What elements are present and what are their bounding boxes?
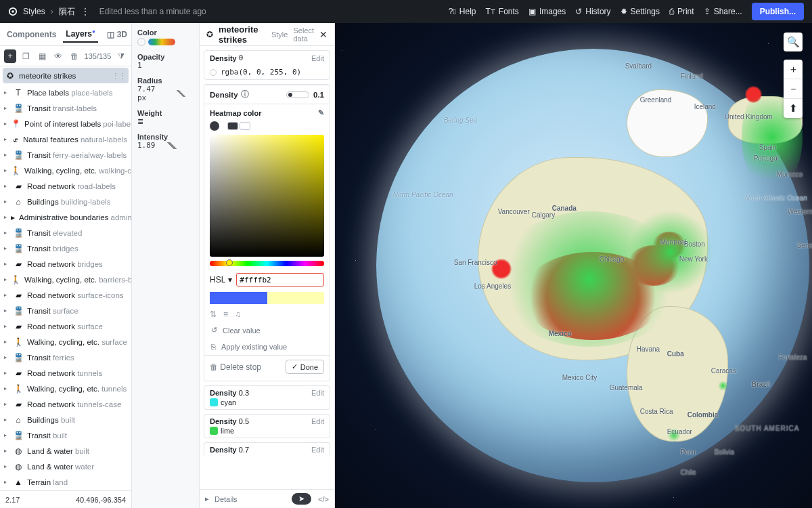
chevron-right-icon[interactable]: ▸	[4, 245, 9, 251]
tab-layers[interactable]: Layers●	[63, 26, 98, 43]
crumb-styles[interactable]: Styles	[23, 7, 45, 16]
density0-card[interactable]: Density 0Edit rgba(0, 0, 255, 0)	[204, 50, 330, 80]
add-layer-button[interactable]: ＋	[4, 49, 16, 63]
close-icon[interactable]: ✕	[319, 29, 328, 40]
hex-input[interactable]	[240, 276, 321, 284]
layer-item[interactable]: ▸ ▰ Road network surface-icons	[0, 287, 131, 303]
help-button[interactable]: ?⃝Help	[449, 7, 476, 16]
layer-item[interactable]: ▸ T Place labels place-labels	[0, 85, 131, 100]
layer-item[interactable]: ▸ ▰ Road network bridges	[0, 256, 131, 272]
chevron-right-icon[interactable]: ▸	[4, 214, 7, 220]
layer-item[interactable]: ▸ ⌂ Buildings built	[0, 412, 131, 427]
hue-thumb[interactable]	[226, 259, 233, 266]
code-mode-button[interactable]: </>	[318, 495, 329, 503]
chevron-right-icon[interactable]: ▸	[4, 230, 9, 236]
tab-style[interactable]: Style	[271, 30, 288, 39]
layer-item[interactable]: ▸ 🚆 Transit transit-labels	[0, 100, 131, 116]
duplicate-icon[interactable]: ❐	[20, 49, 32, 63]
chevron-right-icon[interactable]: ▸	[4, 448, 9, 454]
tab-select-data[interactable]: Select data	[293, 26, 314, 43]
cursor-mode-button[interactable]: ➤	[292, 493, 311, 505]
layer-item[interactable]: ▸ ▲ Terrain land	[0, 474, 131, 490]
layer-item[interactable]: ▸ 🚆 Transit bridges	[0, 240, 131, 256]
chevron-right-icon[interactable]: ▸	[4, 89, 9, 96]
hue-slider[interactable]	[210, 261, 324, 266]
layer-item[interactable]: ▸ ◍ Land & water water	[0, 459, 131, 474]
layer-item[interactable]: ▸ 🚆 Transit built	[0, 427, 131, 443]
layer-item[interactable]: ▸ ▰ Road network surface	[0, 318, 131, 334]
folder-icon[interactable]: ▦	[36, 49, 48, 63]
hide-icon[interactable]: 👁	[52, 49, 64, 63]
stop-05[interactable]: Density 0.5Edit lime	[204, 414, 330, 438]
chevron-right-icon[interactable]: ▸	[4, 401, 9, 407]
layer-item[interactable]: ▸ 🚆 Transit ferries	[0, 350, 131, 365]
stop-07[interactable]: Density 0.7Edit	[204, 442, 330, 457]
trash-icon[interactable]: 🗑	[68, 49, 81, 63]
chevron-right-icon[interactable]: ▸	[4, 308, 9, 314]
settings-button[interactable]: ✸Settings	[621, 7, 660, 16]
search-button[interactable]: 🔍	[784, 33, 803, 51]
layer-item[interactable]: ▸ ▰ Road network tunnels-case	[0, 396, 131, 412]
chevron-right-icon[interactable]: ▸	[4, 417, 9, 423]
chevron-right-icon[interactable]: ▸	[4, 121, 7, 127]
edit-link[interactable]: Edit	[311, 54, 324, 62]
apply-existing[interactable]: ⎘Apply existing value	[204, 339, 330, 355]
stop-03[interactable]: Density 0.3Edit cyan	[204, 385, 330, 410]
compass-button[interactable]: ⬆	[784, 99, 803, 118]
chevron-right-icon[interactable]: ▸	[4, 479, 9, 485]
zoom-out-button[interactable]: －	[784, 79, 803, 98]
layer-selected[interactable]: ✪ meteorite strikes ⋮⋮	[3, 68, 129, 83]
zoom-in-button[interactable]: ＋	[784, 60, 803, 79]
layer-item[interactable]: ▸ 🚆 Transit surface	[0, 303, 131, 318]
chevron-right-icon[interactable]: ▸	[4, 261, 9, 267]
images-button[interactable]: ▣Images	[528, 7, 566, 16]
done-button[interactable]: ✓Done	[286, 360, 324, 374]
gradient-toggle[interactable]	[227, 122, 250, 130]
chevron-right-icon[interactable]: ▸	[4, 354, 9, 360]
layer-item[interactable]: ▸ ▸ Administrative boundaries admin	[0, 209, 131, 225]
theme-icon[interactable]: ♫	[235, 310, 241, 319]
share-button[interactable]: ⇪Share...	[704, 7, 742, 16]
chevron-right-icon[interactable]: ▸	[4, 385, 9, 391]
filter-icon[interactable]: ⧩	[115, 49, 127, 63]
prop-color[interactable]: Color	[137, 28, 194, 46]
saturation-picker[interactable]	[210, 135, 324, 257]
chevron-right-icon[interactable]: ▸	[4, 432, 9, 438]
chevron-right-icon[interactable]: ▸	[4, 276, 7, 282]
chevron-right-icon[interactable]: ▸	[4, 292, 9, 298]
sort-icon[interactable]: ⇅	[210, 310, 217, 319]
solid-color-toggle[interactable]	[210, 121, 219, 131]
density-slider[interactable]	[286, 91, 309, 98]
grip-icon[interactable]: ⋮⋮	[112, 72, 126, 79]
layer-item[interactable]: ▸ ▰ Road network tunnels	[0, 365, 131, 381]
eyedropper-icon[interactable]: ✎	[318, 108, 324, 117]
clear-value[interactable]: ↺Clear value	[204, 322, 330, 339]
chevron-right-icon[interactable]: ▸	[4, 370, 9, 376]
layer-item[interactable]: ▸ ⸙ Natural features natural-labels	[0, 131, 131, 147]
chevron-right-icon[interactable]: ▸	[4, 323, 9, 329]
list-icon[interactable]: ≡	[223, 310, 228, 319]
chevron-right-icon[interactable]: ▸	[4, 198, 9, 205]
chevron-right-icon[interactable]: ▸	[4, 167, 7, 173]
layer-item[interactable]: ▸ ⌂ Buildings building-labels	[0, 194, 131, 209]
map-canvas[interactable]: Bering Sea Greenland Svalbard Finland Ic…	[335, 23, 812, 508]
chevron-right-icon[interactable]: ▸	[4, 136, 8, 142]
zoom-indicator[interactable]: 2.17	[5, 496, 20, 504]
layer-item[interactable]: ▸ 📍 Point of interest labels poi-labels	[0, 116, 131, 131]
prop-weight[interactable]: Weight ≣	[137, 109, 194, 126]
fonts-button[interactable]: TᴛFonts	[486, 7, 519, 16]
layer-item[interactable]: ▸ 🚶 Walking, cycling, etc. tunnels	[0, 381, 131, 396]
layer-item[interactable]: ▸ 🚶 Walking, cycling, etc. surface	[0, 334, 131, 350]
trash-icon[interactable]: 🗑 Delete stop	[210, 362, 261, 372]
tab-3d[interactable]: ◫3D	[107, 30, 127, 39]
prop-radius[interactable]: Radius 7.47 px	[137, 77, 194, 102]
chevron-right-icon[interactable]: ▸	[4, 339, 9, 345]
kebab-icon[interactable]: ⋮	[81, 7, 90, 16]
layer-item[interactable]: ▸ 🚆 Transit elevated	[0, 225, 131, 240]
prop-opacity[interactable]: Opacity 1	[137, 53, 194, 70]
chevron-right-icon[interactable]: ▸	[4, 105, 9, 111]
layer-item[interactable]: ▸ 🚶 Walking, cycling, etc. walking-cycli…	[0, 163, 131, 178]
history-button[interactable]: ↺History	[575, 7, 610, 16]
color-model-select[interactable]: HSL▾	[210, 275, 232, 284]
crumb-title[interactable]: 隕石	[59, 6, 75, 18]
